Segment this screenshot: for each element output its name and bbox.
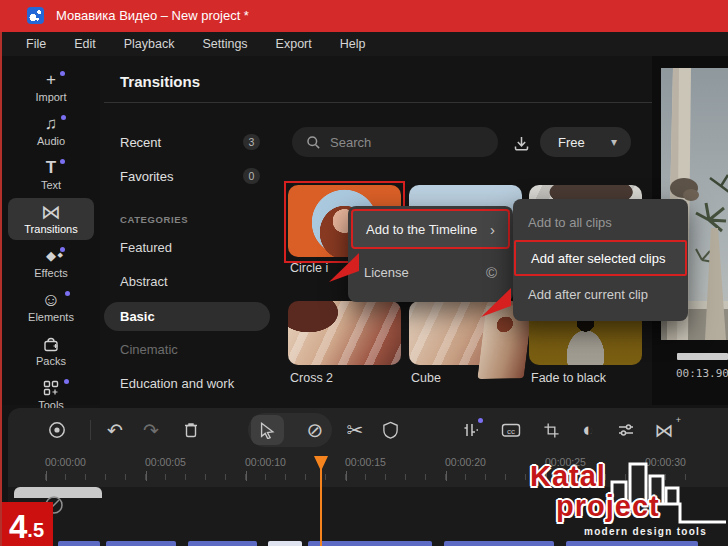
playhead-line <box>320 458 322 546</box>
cut-button[interactable]: ✂ <box>342 417 368 443</box>
category-abstract[interactable]: Abstract <box>120 274 168 289</box>
sidebar-item-text[interactable]: T Text <box>8 154 94 196</box>
toolbar-divider <box>90 420 91 440</box>
captions-button[interactable]: cc <box>498 417 524 443</box>
submenu-item-add-after-selected[interactable]: Add after selected clips <box>514 240 687 276</box>
svg-text:cc: cc <box>507 427 515 436</box>
transition-add-button[interactable]: ⋈ + <box>651 417 677 443</box>
timeline-tick-6: 00:00:30 <box>645 456 686 468</box>
notification-dot <box>60 247 65 252</box>
delete-button[interactable] <box>178 417 204 443</box>
category-cinematic[interactable]: Cinematic <box>120 342 178 357</box>
nav-favorites[interactable]: Favorites 0 <box>120 168 260 184</box>
transition-label-fade: Fade to black <box>531 371 606 385</box>
app-window: Мовавика Видео – New project * File Edit… <box>0 0 728 546</box>
crop-button[interactable] <box>538 417 564 443</box>
color-adjust-button[interactable]: ◐ <box>575 417 601 443</box>
menu-bar: File Edit Playback Settings Export Help <box>0 32 728 56</box>
menu-file[interactable]: File <box>12 34 60 54</box>
search-bar[interactable] <box>292 127 498 157</box>
screenshot-border <box>0 32 2 546</box>
sidebar-item-audio[interactable]: ♫ Audio <box>8 110 94 152</box>
annotation-cursor-1 <box>326 250 360 284</box>
category-basic[interactable]: Basic <box>104 302 270 331</box>
menu-edit[interactable]: Edit <box>60 34 110 54</box>
filter-dropdown[interactable]: Free ▾ <box>540 127 631 157</box>
transition-thumb-cross2[interactable] <box>288 301 401 365</box>
redo-button[interactable]: ↷ <box>138 417 164 443</box>
menu-settings[interactable]: Settings <box>188 34 261 54</box>
audio-levels-button[interactable] <box>458 417 484 443</box>
record-button[interactable] <box>44 417 70 443</box>
panel-title: Transitions <box>120 73 200 90</box>
categories-heading: CATEGORIES <box>120 214 188 225</box>
notification-dot <box>478 418 483 423</box>
preview-progress-bar[interactable] <box>677 353 728 360</box>
transitions-bowtie-icon: ⋈ <box>41 202 61 222</box>
sidebar-item-effects[interactable]: ◆◆ Effects <box>8 242 94 284</box>
copyright-icon: © <box>486 264 497 281</box>
app-logo-icon <box>27 7 44 24</box>
menu-playback[interactable]: Playback <box>110 34 189 54</box>
download-icon <box>512 134 531 153</box>
sidebar-item-import[interactable]: + Import <box>8 66 94 108</box>
timeline-tick-4: 00:00:20 <box>445 456 486 468</box>
menu-export[interactable]: Export <box>262 34 326 54</box>
packs-bag-icon <box>42 334 60 354</box>
timeline-clip[interactable] <box>188 541 257 546</box>
transition-label-cross2: Cross 2 <box>290 371 333 385</box>
sidebar-item-elements[interactable]: ☺ Elements <box>8 286 94 328</box>
timeline-ruler[interactable] <box>45 474 705 480</box>
chevron-down-icon: ▾ <box>611 135 617 149</box>
notification-dot <box>65 291 70 296</box>
protect-button[interactable] <box>377 417 403 443</box>
timeline-clip[interactable] <box>106 541 176 546</box>
plus-icon: + <box>676 415 681 425</box>
submenu-arrow-icon: › <box>490 221 495 238</box>
download-button[interactable] <box>509 131 533 155</box>
timeline-clip[interactable] <box>308 541 432 546</box>
timeline-clip[interactable] <box>58 541 100 546</box>
search-input[interactable] <box>330 135 480 150</box>
annotation-cursor-2 <box>478 285 512 319</box>
effects-sparkle-icon: ◆◆ <box>46 246 56 266</box>
window-title: Мовавика Видео – New project * <box>56 8 249 23</box>
slip-tool-button[interactable]: ⊘ <box>302 417 328 443</box>
submenu-item-add-after-current[interactable]: Add after current clip <box>513 277 688 311</box>
sidebar-item-transitions[interactable]: ⋈ Transitions <box>8 198 94 240</box>
sidebar: + Import ♫ Audio T Text ⋈ Transitions ◆◆… <box>2 56 100 405</box>
nav-recent[interactable]: Recent 3 <box>120 134 260 150</box>
text-tool-icon: T <box>46 158 56 178</box>
tracks-area[interactable] <box>8 487 728 546</box>
menu-item-add-to-timeline[interactable]: Add to the Timeline › <box>351 209 510 249</box>
timeline-clip[interactable] <box>444 541 554 546</box>
import-plus-icon: + <box>46 70 56 90</box>
pointer-tool-button[interactable] <box>254 417 280 443</box>
notification-dot <box>60 71 65 76</box>
timeline-tick-1: 00:00:05 <box>145 456 186 468</box>
elements-smiley-icon: ☺ <box>41 290 60 310</box>
category-education[interactable]: Education and work <box>120 376 234 391</box>
timeline-panel: ↶ ↷ ⊘ ✂ <box>8 408 728 546</box>
sidebar-item-packs[interactable]: Packs <box>8 330 94 372</box>
notification-dot <box>64 379 69 384</box>
timeline-tick-5: 00:00:25 <box>545 456 586 468</box>
timeline-tick-3: 00:00:15 <box>345 456 386 468</box>
filters-button[interactable] <box>613 417 639 443</box>
submenu-item-add-to-all-clips[interactable]: Add to all clips <box>513 205 688 239</box>
favorites-count-badge: 0 <box>243 168 260 184</box>
tools-grid-icon <box>42 378 60 398</box>
recent-count-badge: 3 <box>243 134 260 150</box>
timeline-clip[interactable] <box>566 541 698 546</box>
timeline-tick-2: 00:00:10 <box>245 456 286 468</box>
context-submenu: Add to all clips Add after selected clip… <box>513 199 688 321</box>
transition-label-cube: Cube <box>411 371 441 385</box>
undo-button[interactable]: ↶ <box>102 417 128 443</box>
title-bar: Мовавика Видео – New project * <box>0 0 728 32</box>
timeline-clip[interactable] <box>268 541 302 546</box>
search-icon <box>306 135 321 150</box>
category-featured[interactable]: Featured <box>120 240 172 255</box>
menu-help[interactable]: Help <box>326 34 380 54</box>
transition-label-circle: Circle i <box>290 261 328 275</box>
rating-badge: 4.5 <box>0 502 53 546</box>
